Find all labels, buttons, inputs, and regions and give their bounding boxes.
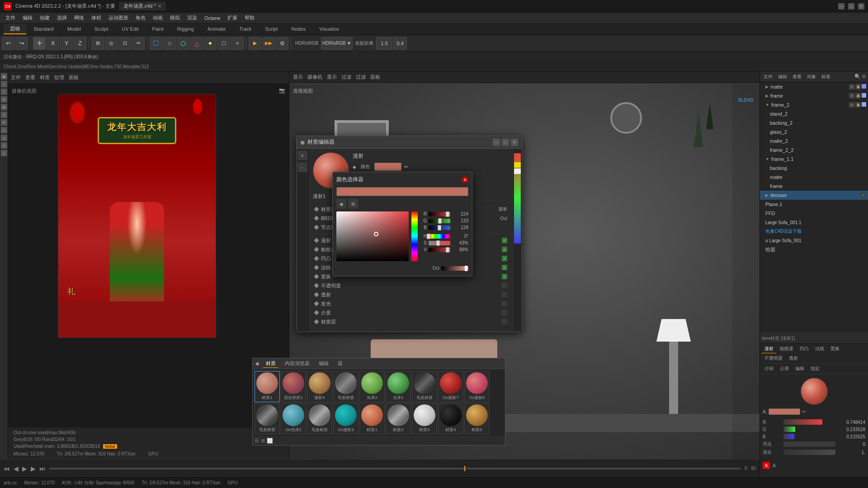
search-icon[interactable]: 🔍 (854, 74, 861, 80)
mat-thumb-mat2[interactable]: 材质1 (359, 403, 385, 434)
rph-edit[interactable]: 编辑 (776, 73, 789, 80)
menu-extend[interactable]: 扩展 (224, 14, 241, 22)
tl-end[interactable]: ⏭ (39, 465, 46, 472)
vp-menu-filter[interactable]: 过滤 (341, 74, 351, 80)
nav-tab-animate[interactable]: Animate (201, 25, 232, 34)
cp-icon-spectrum[interactable]: ⊞ (348, 199, 358, 209)
cp-saturation-box[interactable] (336, 211, 409, 261)
mat-thumb-oc7[interactable]: Oc漫射7 (438, 371, 463, 402)
mat-thumb-mix1[interactable]: 混合材质1 (281, 371, 306, 402)
left-icon-6[interactable]: ◇ (1, 112, 7, 118)
attr-g-bar[interactable] (783, 427, 835, 432)
render-region[interactable]: ▶ (249, 37, 261, 50)
attr-tab-disp[interactable]: 置换 (828, 345, 842, 353)
mat-panel-tab-content[interactable]: 内容浏览器 (282, 360, 312, 367)
vp-menu-panel[interactable]: 面板 (370, 74, 380, 80)
undo-button[interactable]: ↩ (2, 37, 14, 50)
mat-thumb-gloss2[interactable]: 光泽2 (359, 371, 385, 402)
nav-tab-script[interactable]: Script (259, 25, 284, 34)
attr-tab-rough[interactable]: 粗糙度 (777, 345, 796, 353)
close-button[interactable]: ✕ (858, 3, 864, 9)
attr-blend-bar[interactable] (783, 450, 835, 455)
attr-b-bar[interactable] (783, 434, 835, 439)
menu-help[interactable]: 帮助 (241, 14, 258, 22)
render-view[interactable]: 查看 (25, 74, 35, 81)
light-btn[interactable]: ✦ (204, 37, 217, 50)
mat-thumb-oc3[interactable]: Oc漫射3 (333, 403, 359, 434)
mat-ch-med-check[interactable] (502, 310, 507, 315)
nav-tab-nodes[interactable]: Nodes (285, 25, 312, 34)
cp-v-slider[interactable] (429, 248, 450, 252)
mat-thumb-ocg2[interactable]: Oc光泽2 (281, 403, 306, 434)
menu-volume[interactable]: 体积 (88, 14, 105, 22)
mat-ch-trans-check[interactable] (502, 292, 507, 297)
mat-editor-maximize[interactable]: □ (502, 139, 509, 146)
obj-plane1[interactable]: Plane.1 (760, 200, 868, 209)
mat-edit-pencil[interactable]: ✏ (404, 164, 408, 170)
rotate-tool[interactable]: Y (60, 37, 73, 50)
tl-start[interactable]: ⏮ (4, 465, 10, 472)
mat-ch-disp-check[interactable]: ✓ (502, 274, 507, 279)
left-icon-3[interactable]: □ (1, 89, 7, 95)
mat-diffuse-swatch[interactable] (374, 163, 401, 171)
mat-large-view[interactable]: ⬜ (267, 438, 273, 444)
mat-thumb-mat1[interactable]: 材质1 (255, 371, 280, 402)
nav-tab-model[interactable]: Model (61, 25, 87, 34)
nav-tab-visualize[interactable]: Visualize (313, 25, 345, 34)
cp-old-color-swatch[interactable] (336, 187, 468, 196)
cp-b-slider[interactable] (429, 225, 450, 230)
nav-tab-rigging[interactable]: Rigging (171, 25, 200, 34)
attr-color-swatch[interactable] (769, 408, 800, 415)
move-tool[interactable]: X (47, 37, 59, 50)
obj-axis[interactable]: ⊞ (91, 37, 104, 50)
obj-frame[interactable]: ▶ frame 👁 🔒 (760, 91, 868, 100)
mat-ch-emit-check[interactable] (502, 301, 507, 306)
left-icon-8[interactable]: ⬡ (1, 127, 7, 133)
tl-play[interactable]: ▶ (22, 465, 27, 472)
render-create[interactable]: 材质 (40, 74, 50, 81)
mat-ch-rough-check[interactable]: ✓ (502, 247, 507, 252)
mat-thumb-gloss1[interactable]: 光泽1 (386, 371, 411, 402)
cone-btn[interactable]: △ (190, 37, 203, 50)
distance-val[interactable]: 1.5 (376, 37, 392, 50)
vp-menu-display[interactable]: 显示 (327, 74, 337, 80)
obj-dresser[interactable]: ▶ dresser ✓ (760, 191, 868, 200)
near-val[interactable]: 0.4 (393, 37, 407, 50)
mat-editor-close[interactable]: ✕ (511, 139, 518, 146)
obj-matte3[interactable]: matte (760, 173, 868, 182)
cp-s-slider[interactable] (429, 241, 450, 245)
mat-nav-1[interactable]: ≡ (297, 150, 307, 160)
live-select[interactable]: ◎ (105, 37, 118, 50)
render-file[interactable]: 文件 (11, 74, 21, 81)
mat-thumb-hair4[interactable]: 毛发材质 (307, 403, 332, 434)
obj-stand2[interactable]: stand_2 (760, 109, 868, 118)
left-icon-9[interactable]: △ (1, 135, 7, 141)
obj-sofa1[interactable]: Large Sofa_001.1 (760, 218, 868, 227)
nav-tab-track[interactable]: Track (233, 25, 258, 34)
obj-matte[interactable]: ▶ matte 👁 🔒 (760, 82, 868, 91)
menu-octane[interactable]: Octane (201, 14, 224, 22)
left-icon-7[interactable]: ✦ (1, 119, 7, 126)
obj-backing2[interactable]: backing_2 (760, 118, 868, 127)
attr-tab-diffuse[interactable]: 漫射 (762, 345, 776, 353)
tl-scrubber[interactable] (49, 468, 741, 469)
mat-thumb-hair1[interactable]: 毛发材质 (333, 371, 359, 402)
attr-edit-icon[interactable]: ✏ (802, 409, 806, 415)
mat-thumb-oc6[interactable]: Oc漫射6 (464, 371, 490, 402)
attr-tab-normal[interactable]: 法线 (812, 345, 827, 353)
tl-prev[interactable]: ◀ (14, 465, 19, 472)
redo-button[interactable]: ↪ (15, 37, 28, 50)
mat-nav-2[interactable]: ← (297, 162, 307, 172)
obj-dload[interactable]: 色素C4D渲染下载 (760, 227, 868, 236)
vp-menu-filter2[interactable]: 过滤 (356, 74, 366, 80)
render-btn[interactable]: ▶▶ (262, 37, 275, 50)
attr-stab-edit[interactable]: 编辑 (793, 365, 807, 373)
tab-close[interactable]: ✕ (158, 4, 161, 9)
left-icon-5[interactable]: ⊞ (1, 104, 7, 110)
nav-tab-startup[interactable]: 启动 (4, 24, 26, 34)
obj-frame11[interactable]: ▼ frame_1.1 (760, 155, 868, 164)
left-icon-10[interactable]: ⊂ (1, 142, 7, 149)
render-camera[interactable]: 面板 (69, 74, 79, 81)
cube-btn[interactable]: □ (150, 37, 162, 50)
mat-panel-tab-materials[interactable]: 材质 (263, 360, 278, 368)
